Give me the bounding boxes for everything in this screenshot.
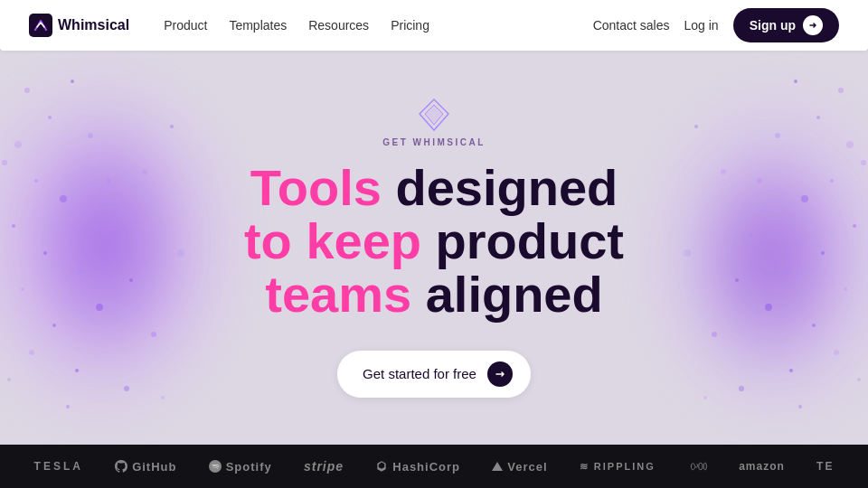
svg-point-55 [209, 460, 222, 473]
contact-sales-link[interactable]: Contact sales [593, 18, 670, 33]
word-tools: Tools [250, 159, 396, 216]
logo[interactable]: Whimsical [29, 14, 129, 37]
nav-templates[interactable]: Templates [220, 13, 296, 38]
brand-github: GitHub [115, 460, 176, 474]
nav-resources[interactable]: Resources [299, 13, 378, 38]
headline-line-1: Tools designed [244, 162, 624, 215]
headline-line-2: to keep product [244, 215, 624, 268]
signup-arrow-icon [803, 15, 823, 35]
brand-hashicorp: HashiCorp [375, 460, 460, 474]
nav-product[interactable]: Product [155, 13, 216, 38]
word-to-keep: to keep [244, 212, 436, 269]
hero-content: GET WHIMSICAL Tools designed to keep pro… [0, 51, 868, 445]
cta-button[interactable]: Get started for free [337, 351, 531, 398]
word-teams: teams [265, 266, 425, 323]
hero-logo-mark [414, 98, 454, 132]
brand-tesla: TESLA [34, 460, 83, 473]
eyebrow-section: GET WHIMSICAL [382, 98, 486, 147]
brand-rippling: ≋ RIPPLING [580, 461, 656, 473]
nav-right: Contact sales Log in Sign up [593, 8, 839, 42]
eyebrow-label: GET WHIMSICAL [382, 137, 486, 147]
cta-arrow-icon [487, 361, 513, 387]
brand-name: Whimsical [58, 17, 129, 33]
login-link[interactable]: Log in [684, 18, 719, 33]
logo-icon [29, 14, 52, 37]
brand-vercel: Vercel [492, 460, 547, 474]
svg-rect-54 [29, 14, 52, 37]
signup-button[interactable]: Sign up [733, 8, 839, 42]
headline-line-3: teams aligned [244, 268, 624, 322]
word-aligned: aligned [426, 266, 603, 323]
nav-links: Product Templates Resources Pricing [155, 13, 593, 38]
cta-label: Get started for free [363, 366, 476, 381]
brand-more: TE [816, 460, 834, 473]
nav-pricing[interactable]: Pricing [382, 13, 439, 38]
hero-headline: Tools designed to keep product teams ali… [244, 162, 624, 321]
svg-point-56 [699, 463, 703, 470]
logo-bar: TESLA GitHub Spotify stripe HashiCorp Ve… [0, 445, 868, 488]
word-designed: designed [395, 159, 618, 216]
svg-point-57 [703, 463, 706, 470]
navbar: Whimsical Product Templates Resources Pr… [0, 0, 868, 51]
brand-spotify: Spotify [209, 460, 272, 474]
brand-stripe: stripe [304, 459, 344, 474]
word-product: product [436, 212, 624, 269]
brand-meta [687, 461, 707, 472]
brand-amazon: amazon [739, 460, 785, 473]
